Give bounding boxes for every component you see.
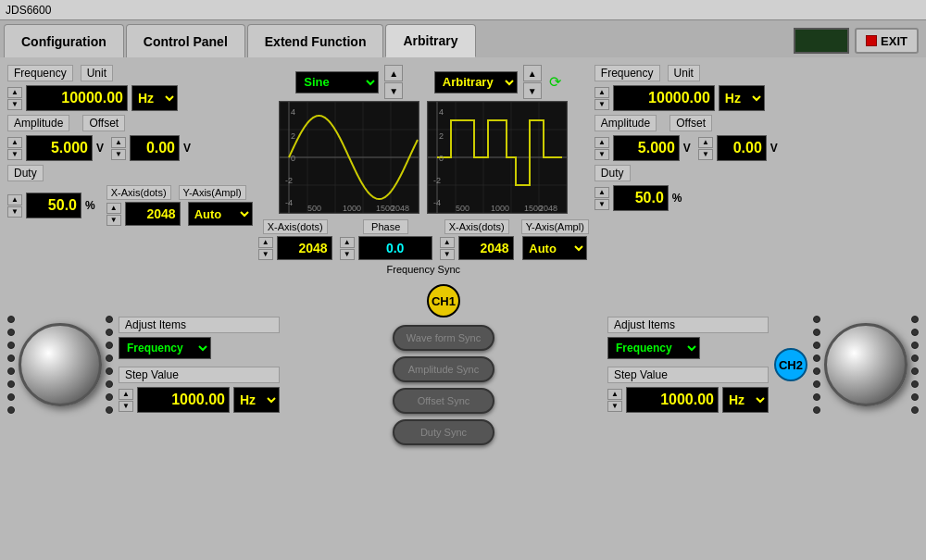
ch1-knob[interactable] — [19, 323, 102, 406]
ch2-xaxis-input2[interactable] — [458, 236, 514, 260]
tab-arbitrary[interactable]: Arbitrary — [385, 24, 475, 57]
ch2-duty-input[interactable] — [613, 185, 669, 211]
ch1-frequency-label: Frequency — [7, 65, 73, 81]
ch1-frequency-spinner[interactable]: ▲ ▼ — [7, 87, 22, 110]
ch2-amp-up[interactable]: ▲ — [594, 137, 609, 148]
ch2-duty-spinner[interactable]: ▲ ▼ — [594, 187, 609, 210]
ch2-step-input[interactable] — [626, 387, 719, 413]
freq-sync-label: Frequency Sync — [387, 264, 460, 275]
ch2-unit-select[interactable]: HzkHzMHz — [719, 85, 765, 111]
ch1-amp-down[interactable]: ▼ — [7, 149, 22, 160]
ch1-adjust-section: Adjust Items FrequencyAmplitudeOffset St… — [119, 317, 280, 413]
ch2-amp-down[interactable]: ▼ — [594, 149, 609, 160]
title-bar: JDS6600 — [0, 0, 926, 20]
ch1-unit-select[interactable]: HzkHzMHz — [131, 85, 178, 111]
tab-configuration[interactable]: Configuration — [4, 24, 124, 57]
duty-sync-btn[interactable]: Duty Sync — [393, 419, 494, 445]
ch1-xaxis-label: X-Axis(dots) — [106, 185, 171, 200]
ch2-xaxis-spinner2[interactable]: ▲ ▼ — [440, 237, 455, 260]
amplitude-sync-btn[interactable]: Amplitude Sync — [393, 356, 494, 382]
ch1-step-input[interactable] — [137, 387, 230, 413]
tab-extend-function[interactable]: Extend Function — [247, 24, 384, 57]
ch2-offset-down[interactable]: ▼ — [698, 149, 713, 160]
ch2-frequency-label: Frequency — [594, 65, 660, 81]
ch2-offset-input[interactable] — [717, 135, 767, 161]
ch1-amplitude-input[interactable] — [26, 135, 93, 161]
ch2-adjust-select[interactable]: FrequencyAmplitudeOffset — [607, 337, 700, 359]
ch2-panel: Frequency Unit ▲ ▼ HzkHzMHz Amplitude — [594, 65, 789, 211]
ch1-step-unit-select[interactable]: HzkHz — [233, 387, 280, 413]
phase-input[interactable] — [358, 236, 432, 260]
ch2-duty-up[interactable]: ▲ — [594, 187, 609, 198]
ch2-frequency-spinner[interactable]: ▲ ▼ — [594, 87, 609, 110]
sync-controls: CH1 Wave form Sync Amplitude Sync Offset… — [285, 284, 602, 445]
ch2-amp-spinner[interactable]: ▲ ▼ — [594, 137, 609, 160]
ch1-step-spinner[interactable]: ▲ ▼ — [119, 389, 133, 412]
ch2-step-unit-select[interactable]: HzkHz — [722, 387, 769, 413]
ch2-offset-label: Offset — [669, 115, 712, 131]
ch1-xaxis2-spinner[interactable]: ▲ ▼ — [258, 237, 273, 260]
wave-num-up[interactable]: ▲ — [384, 65, 403, 81]
ch1-duty-input[interactable] — [26, 193, 81, 218]
ch1-offset-up[interactable]: ▲ — [111, 137, 126, 148]
ch1-freq-up[interactable]: ▲ — [7, 87, 22, 98]
ch1-offset-down[interactable]: ▼ — [111, 149, 126, 160]
ch2-amplitude-unit: V — [683, 142, 691, 155]
ch1-duty-unit: % — [85, 199, 95, 212]
ch2-duty-down[interactable]: ▼ — [594, 199, 609, 210]
ch2-offset-spinner[interactable]: ▲ ▼ — [698, 137, 713, 160]
ch1-amplitude-label: Amplitude — [7, 115, 69, 131]
ch2-step-label: Step Value — [607, 367, 769, 383]
ch1-xaxis-input[interactable] — [125, 202, 181, 226]
ch2-yaxis-select2[interactable]: Auto — [522, 236, 587, 260]
ch1-adjust-select[interactable]: FrequencyAmplitudeOffset — [119, 337, 211, 359]
status-indicator — [794, 28, 849, 54]
ch1-yaxis-label: Y-Axis(Ampl) — [179, 185, 246, 200]
exit-button[interactable]: EXIT — [855, 28, 919, 54]
arb-type-select[interactable]: Arbitrary — [434, 71, 518, 93]
ch1-amplitude-unit: V — [96, 142, 104, 155]
phase-spinner[interactable]: ▲ ▼ — [340, 237, 355, 260]
app-title: JDS6600 — [6, 4, 51, 17]
ch2-frequency-input[interactable] — [613, 85, 715, 111]
arb-num-up[interactable]: ▲ — [523, 65, 542, 81]
ch1-panel: Frequency Unit ▲ ▼ 10000.00 HzkHzMHz Amp… — [7, 65, 253, 226]
ch1-dot-row2 — [106, 297, 113, 432]
ch2-freq-down[interactable]: ▼ — [594, 99, 609, 110]
waveform-sync-btn[interactable]: Wave form Sync — [393, 325, 494, 351]
ch2-knob[interactable] — [824, 323, 907, 406]
ch2-badge: CH2 — [774, 348, 807, 381]
tab-control-panel[interactable]: Control Panel — [126, 24, 245, 57]
ch1-offset-spinner[interactable]: ▲ ▼ — [111, 137, 126, 160]
ch2-dot-row2 — [911, 297, 919, 432]
ch1-duty-up[interactable]: ▲ — [7, 194, 22, 205]
ch1-amp-spinner[interactable]: ▲ ▼ — [7, 137, 22, 160]
refresh-icon[interactable]: ⟳ — [549, 73, 561, 91]
ch1-waveform-canvas — [279, 101, 419, 214]
ch1-duty-spinner[interactable]: ▲ ▼ — [7, 194, 22, 218]
wave-num-down[interactable]: ▼ — [384, 82, 403, 99]
ch2-duty-label: Duty — [594, 165, 631, 181]
ch2-adjust-section: Adjust Items FrequencyAmplitudeOffset St… — [607, 317, 769, 413]
ch1-duty-down[interactable]: ▼ — [7, 206, 22, 218]
wave-type-select[interactable]: SineSquareRamp — [295, 71, 379, 93]
ch1-amp-up[interactable]: ▲ — [7, 137, 22, 148]
ch1-offset-label: Offset — [82, 115, 125, 131]
offset-sync-btn[interactable]: Offset Sync — [393, 388, 494, 414]
arb-num-down[interactable]: ▼ — [523, 82, 542, 99]
ch2-offset-unit: V — [770, 142, 778, 155]
ch1-xaxis2-input[interactable] — [277, 236, 332, 260]
ch1-xaxis-spinner[interactable]: ▲ ▼ — [106, 203, 121, 226]
ch1-freq-down[interactable]: ▼ — [7, 99, 22, 110]
ch2-waveform-canvas — [427, 101, 568, 214]
ch1-yaxis-select[interactable]: Auto — [188, 202, 253, 226]
ch2-dot-row — [813, 297, 820, 432]
ch1-offset-input[interactable] — [130, 135, 180, 161]
ch2-freq-up[interactable]: ▲ — [594, 87, 609, 98]
ch2-offset-up[interactable]: ▲ — [698, 137, 713, 148]
ch1-frequency-input[interactable]: 10000.00 — [26, 85, 128, 111]
ch1-duty-label: Duty — [7, 165, 44, 181]
ch2-step-spinner[interactable]: ▲ ▼ — [607, 389, 622, 412]
phase-section: Phase ▲ ▼ — [340, 219, 432, 260]
ch2-amplitude-input[interactable] — [613, 135, 680, 161]
